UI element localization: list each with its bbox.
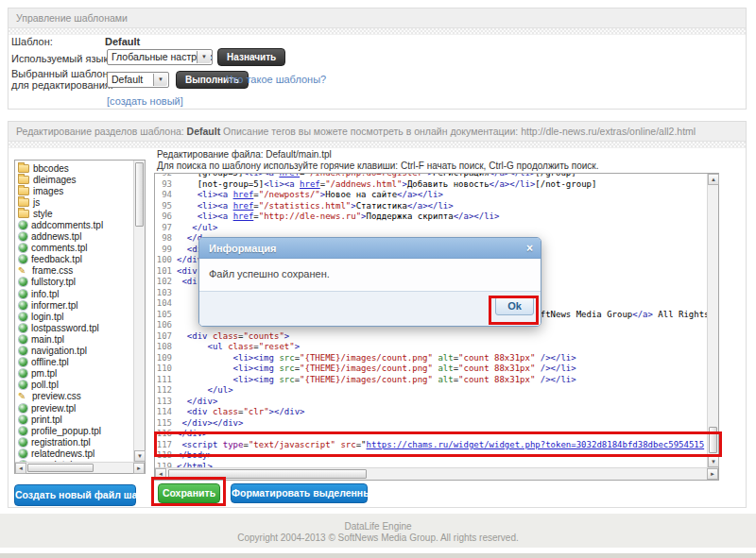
file-item[interactable]: dleimages — [18, 174, 133, 185]
folder-icon — [18, 176, 29, 184]
code-text: </div> — [177, 429, 208, 440]
code-line[interactable]: 117 <script type="text/javascript" src="… — [155, 440, 707, 451]
code-text: <li><a href="http://dle-news.ru">Поддерж… — [177, 211, 499, 223]
file-item[interactable]: js — [18, 196, 133, 208]
file-item[interactable]: addnews.tpl — [18, 231, 133, 243]
file-item[interactable]: feedback.tpl — [18, 254, 133, 265]
code-line[interactable]: 115 </div></div> — [155, 418, 707, 430]
editor-panel-title-suffix: Описание тегов вы можете посмотреть в он… — [220, 126, 696, 137]
file-name: relatednews.tpl — [31, 448, 94, 459]
close-icon[interactable]: × — [526, 238, 533, 259]
code-line[interactable]: 94 <li><a href="/newposts/">Новое на сай… — [155, 190, 707, 201]
code-editor[interactable]: 92 [group=5]<li><a href="/index.php?do=r… — [154, 173, 719, 481]
code-line[interactable]: 95 <li><a href="/statistics.html">Статис… — [155, 201, 707, 212]
file-item[interactable]: ✎preview.css — [18, 391, 133, 402]
create-template-file-button[interactable]: Создать новый файл шаблона — [14, 484, 136, 506]
code-line[interactable]: 97 </ul> — [155, 223, 707, 234]
code-line[interactable]: 110 <li><img src="{THEME}/images/count.p… — [155, 364, 707, 375]
save-button[interactable]: Сохранить — [158, 483, 220, 503]
file-item[interactable]: bbcodes — [18, 162, 133, 174]
format-selected-code-button[interactable]: Форматировать выделенный код — [231, 483, 368, 503]
file-name: images — [33, 186, 63, 196]
scrollbar-thumb[interactable] — [135, 162, 144, 227]
editor-vertical-scrollbar[interactable]: ▲ ▼ — [707, 174, 718, 467]
file-name: poll.tpl — [31, 380, 59, 390]
file-name: comments.tpl — [31, 243, 87, 253]
what-are-templates-link[interactable]: Что такое шаблоны? — [226, 74, 326, 85]
file-item[interactable]: offline.tpl — [18, 357, 133, 368]
file-item[interactable]: registration.tpl — [18, 436, 133, 448]
line-number: 108 — [155, 342, 172, 353]
chevron-down-icon[interactable]: ▼ — [197, 51, 211, 63]
ok-button[interactable]: Ok — [495, 296, 534, 315]
file-list-horizontal-scrollbar[interactable]: ◄ ► — [15, 462, 145, 473]
file-item[interactable]: profile_popup.tpl — [18, 425, 133, 436]
code-line[interactable]: 116</div> — [155, 429, 707, 440]
file-item[interactable]: navigation.tpl — [18, 346, 133, 357]
code-line[interactable]: 108 <ul class="reset"> — [155, 342, 707, 353]
scroll-left-icon[interactable]: ◄ — [155, 468, 166, 480]
line-number: 113 — [155, 397, 172, 408]
code-text: <li><a href="/statistics.html">Статистик… — [177, 201, 454, 212]
file-item[interactable]: login.tpl — [18, 311, 133, 322]
file-item[interactable]: info.tpl — [18, 288, 133, 299]
file-item[interactable]: ✎frame.css — [18, 265, 133, 277]
code-line[interactable]: 109 <li><img src="{THEME}/images/count.p… — [155, 353, 707, 364]
line-number: 95 — [155, 201, 172, 212]
file-item[interactable]: style — [18, 208, 133, 219]
code-line[interactable]: 93 [not-group=5]<li><a href="/addnews.ht… — [155, 179, 707, 191]
file-item[interactable]: preview.tpl — [18, 402, 133, 414]
file-item[interactable]: relatednews.tpl — [18, 448, 133, 459]
scroll-right-icon[interactable]: ► — [707, 468, 718, 480]
assign-button[interactable]: Назначить — [217, 48, 285, 66]
code-text: </body> — [177, 450, 213, 462]
language-select[interactable]: Глобальные настройки ▼ — [107, 49, 213, 65]
file-item[interactable]: main.tpl — [18, 333, 133, 345]
line-number: 115 — [155, 418, 172, 430]
file-item[interactable]: addcomments.tpl — [18, 219, 133, 230]
file-item[interactable]: fullstory.tpl — [18, 277, 133, 288]
line-number: 104 — [155, 298, 172, 310]
scrollbar-thumb[interactable] — [709, 427, 717, 453]
create-new-link[interactable]: [создать новый] — [107, 95, 183, 107]
scroll-down-icon[interactable]: ▼ — [708, 456, 719, 467]
scrollbar-thumb[interactable] — [27, 464, 94, 472]
code-line[interactable]: 112 </ul> — [155, 385, 707, 397]
code-line[interactable]: 96 <li><a href="http://dle-news.ru">Подд… — [155, 211, 707, 223]
code-text: <di — [177, 277, 198, 288]
code-line[interactable]: 114 <div class="clr"></div> — [155, 407, 707, 418]
editor-panel-title: Редактирование разделов шаблона: Default… — [9, 122, 746, 142]
file-item[interactable]: images — [18, 185, 133, 196]
file-name: lostpassword.tpl — [31, 323, 99, 333]
scroll-left-icon[interactable]: ◄ — [15, 463, 26, 474]
file-name: informer.tpl — [31, 300, 77, 311]
template-file-list: bbcodesdleimagesimagesjsstyleaddcomments… — [14, 160, 146, 474]
file-list-vertical-scrollbar[interactable]: ▼ — [133, 161, 145, 462]
chevron-down-icon[interactable]: ▼ — [153, 74, 167, 86]
line-number: 118 — [155, 450, 172, 462]
file-item[interactable]: informer.tpl — [18, 299, 133, 311]
file-item[interactable]: comments.tpl — [18, 243, 133, 254]
file-name: addcomments.tpl — [31, 220, 103, 230]
file-item[interactable]: pm.tpl — [18, 368, 133, 380]
editor-horizontal-scrollbar[interactable]: ◄ ► — [155, 467, 718, 480]
code-line[interactable]: 113 </div> — [155, 397, 707, 408]
file-name: feedback.tpl — [31, 254, 82, 264]
scroll-up-icon[interactable]: ▲ — [708, 174, 719, 185]
scrollbar-thumb[interactable] — [168, 469, 367, 479]
code-line[interactable]: 111 <li><img src="{THEME}/images/count.p… — [155, 375, 707, 386]
file-item[interactable]: poll.tpl — [18, 380, 133, 391]
dialog-title-bar[interactable]: Информация × — [199, 238, 541, 259]
code-text: </ul> — [177, 223, 217, 234]
line-number: 93 — [155, 179, 172, 191]
file-item[interactable]: print.tpl — [18, 414, 133, 425]
file-item[interactable]: lostpassword.tpl — [18, 322, 133, 333]
folder-icon — [18, 187, 29, 195]
code-line[interactable]: 118</body> — [155, 450, 707, 462]
scroll-right-icon[interactable]: ► — [133, 463, 145, 474]
selected-template-select[interactable]: Default ▼ — [107, 72, 169, 88]
header-divider — [9, 142, 746, 148]
scroll-down-icon[interactable]: ▼ — [134, 450, 146, 462]
code-line[interactable]: 107 <div class="counts"> — [155, 331, 707, 343]
orb-icon — [19, 438, 27, 447]
